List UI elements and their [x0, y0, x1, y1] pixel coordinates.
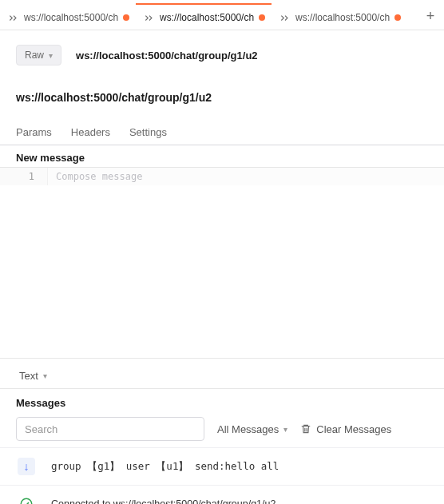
modified-dot-icon	[259, 14, 265, 21]
page-title: ws://localhost:5000/chat/group/g1/u2	[0, 72, 444, 112]
tab-0[interactable]: ws://localhost:5000/ch	[0, 3, 136, 30]
websocket-icon	[8, 12, 19, 23]
raw-label: Raw	[25, 50, 44, 61]
message-text: group 【g1】 user 【u1】 send:hello all	[51, 460, 279, 474]
modified-dot-icon	[123, 14, 129, 21]
new-message-label: New message	[0, 145, 444, 167]
message-text: Connected to ws://localhost:5000/chat/gr…	[51, 498, 276, 504]
clear-messages-button[interactable]: Clear Messages	[300, 423, 391, 435]
filter-label: All Messages	[217, 423, 279, 435]
trash-icon	[300, 423, 311, 435]
add-tab-button[interactable]: +	[417, 3, 444, 30]
clear-label: Clear Messages	[316, 423, 391, 435]
chevron-down-icon: ▾	[43, 371, 47, 380]
tab-params[interactable]: Params	[16, 126, 52, 145]
message-row[interactable]: ↓ group 【g1】 user 【u1】 send:hello all	[0, 447, 444, 485]
tab-label: ws://localhost:5000/ch	[160, 12, 254, 23]
messages-filter-dropdown[interactable]: All Messages ▾	[217, 423, 287, 435]
plus-icon: +	[426, 8, 435, 25]
editor-line-number: 1	[0, 168, 48, 185]
modified-dot-icon	[394, 14, 401, 21]
chevron-down-icon: ▾	[49, 51, 53, 60]
tab-settings[interactable]: Settings	[129, 126, 167, 145]
tab-label: ws://localhost:5000/ch	[295, 12, 390, 23]
tab-2[interactable]: ws://localhost:5000/ch	[272, 3, 407, 30]
messages-toolbar: All Messages ▾ Clear Messages	[0, 414, 444, 447]
message-row[interactable]: Connected to ws://localhost:5000/chat/gr…	[0, 485, 444, 504]
websocket-icon	[279, 12, 291, 23]
tab-headers[interactable]: Headers	[71, 126, 110, 145]
request-url[interactable]: ws://localhost:5000/chat/group/g1/u2	[76, 50, 258, 62]
tab-1[interactable]: ws://localhost:5000/ch	[136, 3, 272, 30]
incoming-arrow-icon: ↓	[18, 458, 35, 475]
compose-message-input[interactable]	[48, 168, 444, 185]
svg-point-0	[21, 498, 32, 504]
format-dropdown[interactable]: Text ▾	[0, 359, 444, 389]
websocket-icon	[144, 12, 155, 23]
raw-dropdown[interactable]: Raw ▾	[16, 45, 61, 65]
tab-label: ws://localhost:5000/ch	[24, 12, 118, 23]
format-label: Text	[19, 370, 38, 382]
chevron-down-icon: ▾	[283, 425, 287, 434]
search-input[interactable]	[16, 417, 204, 441]
check-circle-icon	[16, 494, 37, 504]
tab-bar: ws://localhost:5000/ch ws://localhost:50…	[0, 0, 444, 30]
messages-label: Messages	[0, 389, 444, 414]
message-editor: 1	[0, 167, 444, 359]
request-toolbar: Raw ▾ ws://localhost:5000/chat/group/g1/…	[0, 30, 444, 72]
request-subtabs: Params Headers Settings	[0, 112, 444, 145]
